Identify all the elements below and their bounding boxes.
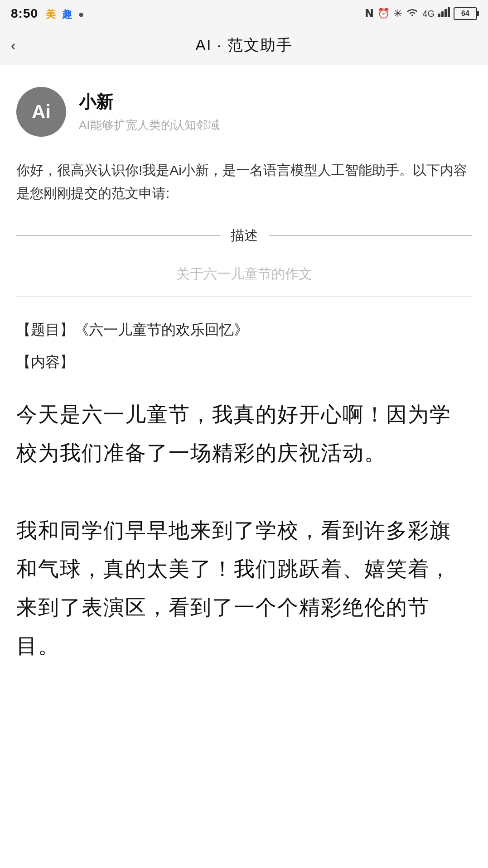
main-content: Ai 小新 AI能够扩宽人类的认知邻域 你好，很高兴认识你!我是Ai小新，是一名… [0, 65, 488, 868]
svg-rect-2 [445, 9, 447, 17]
svg-rect-1 [441, 11, 444, 17]
signal-icon: 4G [422, 9, 435, 19]
result-section: 【题目】《六一儿童节的欢乐回忆》 【内容】 今天是六一儿童节，我真的好开心啊！因… [16, 318, 472, 665]
result-title-label: 【题目】《六一儿童节的欢乐回忆》 [16, 318, 472, 341]
svg-rect-0 [438, 14, 440, 17]
back-button[interactable]: ‹ [11, 38, 16, 53]
profile-info: 小新 AI能够扩宽人类的认知邻域 [79, 91, 220, 133]
navigation-header: ‹ AI · 范文助手 [0, 25, 488, 65]
status-icons: 𝗡 ⏰ ✳ 4G 64 [365, 7, 477, 20]
profile-description: AI能够扩宽人类的认知邻域 [79, 117, 220, 133]
desc-line-right [269, 235, 472, 236]
result-content-label: 【内容】 [16, 350, 472, 374]
nfc-icon: 𝗡 [365, 7, 374, 20]
result-body-text: 今天是六一儿童节，我真的好开心啊！因为学校为我们准备了一场精彩的庆祝活动。我和同… [16, 395, 472, 665]
battery-icon: 64 [454, 7, 477, 20]
bluetooth-icon: ✳ [393, 7, 402, 20]
status-bar: 8:50 美 趣 ● 𝗡 ⏰ ✳ 4G 64 [0, 0, 488, 25]
desc-line-left [16, 235, 220, 236]
description-section: 描述 关于六一儿童节的作文 [16, 226, 472, 297]
network-bars-icon [438, 7, 450, 20]
status-time: 8:50 美 趣 ● [11, 6, 85, 21]
wifi-icon [406, 7, 419, 20]
page-title: AI · 范文助手 [195, 35, 292, 56]
avatar: Ai [16, 87, 66, 137]
description-header: 描述 [16, 226, 472, 245]
alarm-icon: ⏰ [377, 8, 390, 19]
desc-label: 描述 [220, 226, 269, 245]
avatar-text: Ai [32, 101, 51, 123]
intro-text: 你好，很高兴认识你!我是Ai小新，是一名语言模型人工智能助手。以下内容是您刚刚提… [16, 158, 472, 205]
profile-section: Ai 小新 AI能够扩宽人类的认知邻域 [16, 87, 472, 137]
description-content: 关于六一儿童节的作文 [16, 256, 472, 297]
svg-rect-3 [448, 7, 450, 17]
profile-name: 小新 [79, 91, 220, 114]
